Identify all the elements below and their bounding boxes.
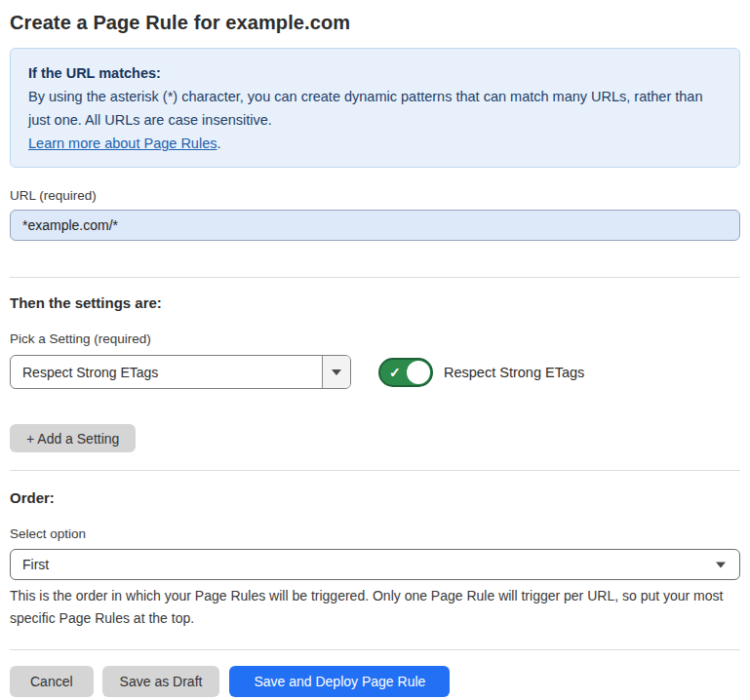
chevron-down-icon: [332, 369, 341, 375]
pick-setting-label: Pick a Setting (required): [10, 331, 740, 346]
page-title: Create a Page Rule for example.com: [10, 0, 740, 34]
order-help-text: This is the order in which your Page Rul…: [10, 585, 731, 629]
create-page-rule-form: Create a Page Rule for example.com If th…: [0, 0, 750, 697]
divider: [10, 277, 740, 278]
url-input[interactable]: [10, 210, 740, 241]
add-setting-button[interactable]: + Add a Setting: [10, 424, 136, 452]
respect-strong-etags-toggle[interactable]: ✓: [378, 358, 433, 387]
learn-more-link[interactable]: Learn more about Page Rules: [28, 136, 217, 151]
divider: [10, 470, 740, 471]
order-section-heading: Order:: [10, 489, 740, 506]
divider: [10, 649, 740, 650]
url-field-label: URL (required): [10, 188, 740, 203]
footer-actions: Cancel Save as Draft Save and Deploy Pag…: [10, 666, 740, 697]
order-select-value: First: [22, 557, 49, 572]
toggle-label: Respect Strong ETags: [444, 365, 584, 380]
info-box-body: By using the asterisk (*) character, you…: [28, 85, 722, 132]
chevron-down-icon: [716, 563, 726, 568]
order-select[interactable]: First: [10, 549, 740, 580]
save-as-draft-button[interactable]: Save as Draft: [102, 666, 220, 697]
settings-section-heading: Then the settings are:: [10, 294, 740, 311]
link-suffix: .: [217, 136, 220, 151]
url-matches-info-box: If the URL matches: By using the asteris…: [10, 48, 740, 168]
info-box-heading: If the URL matches:: [28, 61, 722, 85]
toggle-knob: [407, 361, 430, 384]
info-box-link-line: Learn more about Page Rules.: [28, 132, 722, 155]
order-select-label: Select option: [10, 526, 740, 541]
setting-row: Respect Strong ETags ✓ Respect Strong ET…: [10, 355, 740, 389]
setting-select-value: Respect Strong ETags: [11, 356, 322, 388]
save-and-deploy-button[interactable]: Save and Deploy Page Rule: [229, 666, 450, 697]
cancel-button[interactable]: Cancel: [10, 666, 94, 697]
setting-select-arrow-button[interactable]: [322, 356, 350, 388]
check-icon: ✓: [389, 365, 401, 378]
setting-select[interactable]: Respect Strong ETags: [10, 355, 351, 389]
